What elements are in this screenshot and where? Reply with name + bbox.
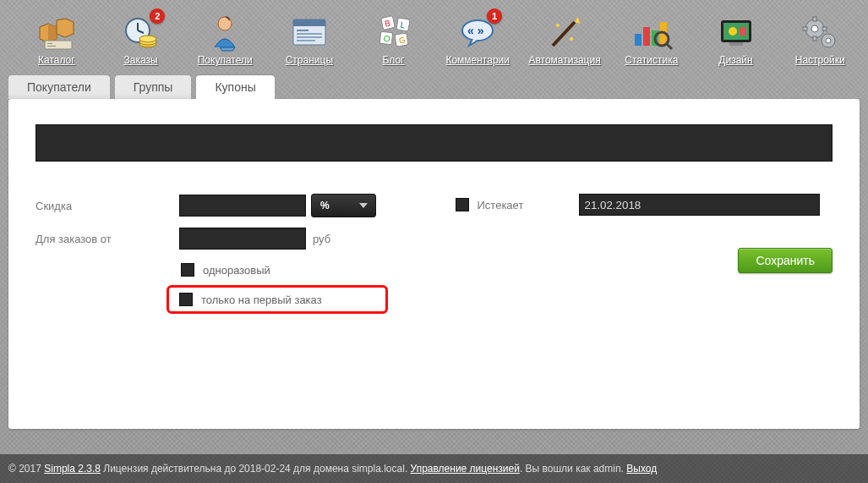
customer-icon (199, 12, 250, 54)
nav-catalog[interactable]: Каталог (24, 12, 90, 66)
single-use-label: одноразовый (203, 264, 270, 277)
footer-product-link[interactable]: Simpla 2.3.8 (44, 463, 101, 475)
nav-automation[interactable]: Автоматизация (529, 12, 600, 66)
svg-rect-15 (297, 30, 308, 31)
footer-loggedin: . Вы вошли как admin. (520, 463, 626, 475)
nav-comments[interactable]: 1 « » Комментарии (445, 12, 510, 66)
svg-point-11 (139, 36, 156, 42)
right-column: Истекает Сохранить (456, 194, 833, 319)
svg-point-45 (811, 25, 818, 32)
minorder-label: Для заказов от (35, 233, 179, 245)
svg-rect-34 (643, 27, 650, 46)
svg-rect-48 (803, 27, 807, 30)
nav-orders-label: Заказы (123, 54, 157, 66)
nav-customers-label: Покупатели (198, 54, 253, 66)
svg-rect-33 (635, 34, 641, 46)
svg-rect-47 (813, 36, 816, 41)
nav-orders[interactable]: 2 Заказы (108, 12, 174, 66)
svg-marker-30 (575, 17, 580, 24)
footer-manage-license-link[interactable]: Управление лицензией (411, 463, 520, 475)
nav-settings[interactable]: Настройки (787, 12, 853, 66)
svg-rect-49 (822, 27, 827, 30)
single-use-checkbox[interactable] (181, 263, 194, 277)
svg-point-41 (729, 27, 737, 36)
svg-rect-17 (297, 36, 322, 38)
coupon-code-input[interactable] (35, 124, 833, 162)
nav-catalog-label: Каталог (38, 54, 75, 66)
footer-copyright: © 2017 (8, 463, 44, 475)
discount-value-input[interactable] (179, 195, 306, 217)
svg-rect-16 (297, 33, 322, 35)
discount-type-select[interactable]: % (311, 194, 376, 217)
minorder-unit: руб (313, 233, 330, 245)
nav-customers[interactable]: Покупатели (192, 12, 258, 66)
first-order-checkbox[interactable] (179, 293, 193, 306)
svg-rect-14 (293, 19, 325, 26)
svg-point-51 (826, 38, 831, 43)
expires-label: Истекает (478, 199, 579, 211)
nav-stats[interactable]: Статистика (619, 12, 685, 66)
footer: © 2017 Simpla 2.3.8 Лицензия действитель… (0, 454, 868, 483)
nav-settings-label: Настройки (795, 54, 845, 66)
first-order-row: только на первый заказ (167, 285, 388, 314)
nav-blog[interactable]: B L O G Блог (361, 12, 427, 66)
nav-pages-label: Страницы (286, 54, 333, 66)
svg-text:O: O (383, 34, 390, 44)
nav-pages[interactable]: Страницы (276, 12, 342, 66)
comments-badge: 1 (487, 8, 502, 24)
minorder-value-input[interactable] (179, 228, 306, 250)
svg-line-29 (553, 22, 575, 46)
nav-comments-label: Комментарии (445, 54, 510, 66)
svg-rect-5 (47, 46, 56, 47)
svg-rect-42 (740, 27, 746, 36)
footer-logout-link[interactable]: Выход (626, 463, 657, 475)
svg-rect-3 (45, 41, 72, 49)
tab-customers[interactable]: Покупатели (8, 75, 110, 99)
save-button[interactable]: Сохранить (738, 248, 833, 273)
tab-coupons[interactable]: Купоны (196, 75, 274, 99)
tabs-bar: Покупатели Группы Купоны (0, 74, 868, 99)
gears-icon (794, 12, 845, 54)
left-column: Скидка % Для заказов от руб одноразовый … (35, 194, 413, 319)
single-use-row: одноразовый (179, 260, 413, 280)
top-navigation: Каталог 2 Заказы Покупатели (0, 0, 868, 74)
expires-date-input[interactable] (579, 194, 820, 216)
nav-design[interactable]: Дизайн (703, 12, 769, 66)
main-panel: Скидка % Для заказов от руб одноразовый … (8, 99, 860, 429)
blog-icon: B L O G (368, 12, 419, 54)
expires-checkbox[interactable] (456, 198, 469, 211)
nav-blog-label: Блог (383, 54, 405, 66)
first-order-label: только на первый заказ (201, 294, 322, 306)
svg-marker-2 (57, 19, 74, 37)
pages-icon (284, 12, 335, 54)
stats-icon (626, 12, 677, 54)
svg-rect-18 (297, 40, 315, 41)
svg-line-38 (666, 43, 672, 49)
svg-point-32 (570, 37, 573, 41)
discount-label: Скидка (35, 200, 179, 212)
svg-rect-46 (813, 17, 816, 21)
footer-license-text: Лицензия действительна до 2018-02-24 для… (101, 463, 411, 475)
nav-stats-label: Статистика (625, 54, 678, 66)
svg-rect-4 (47, 43, 52, 44)
svg-text:« »: « » (467, 24, 484, 37)
tab-groups[interactable]: Группы (115, 75, 192, 99)
svg-point-31 (556, 24, 560, 27)
nav-design-label: Дизайн (718, 54, 752, 66)
nav-automation-label: Автоматизация (528, 54, 600, 66)
design-icon (711, 12, 762, 54)
boxes-icon (31, 12, 82, 54)
wand-icon (539, 12, 590, 54)
svg-rect-43 (729, 42, 743, 46)
